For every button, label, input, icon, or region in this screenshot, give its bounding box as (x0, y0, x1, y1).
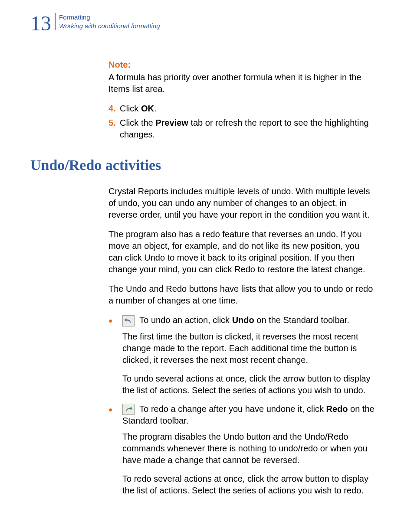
bullet-marker: • (108, 315, 122, 326)
step-5: 5. Click the Preview tab or refresh the … (108, 117, 375, 140)
section-body: Crystal Reports includes multiple levels… (108, 186, 375, 496)
step-4: 4. Click OK. (108, 103, 375, 114)
note-block: Note: A formula has priority over anothe… (108, 60, 375, 140)
header-chapter-title: Formatting (59, 13, 160, 22)
bullet-text-bold: Undo (232, 315, 254, 325)
bullet-text-pre: To undo an action, click (139, 315, 232, 325)
step-body: Click OK. (120, 103, 375, 114)
paragraph: Crystal Reports includes multiple levels… (108, 186, 375, 221)
step-text-bold: OK (141, 104, 154, 113)
step-text-pre: Click the (120, 118, 155, 127)
bullet-marker: • (108, 404, 122, 415)
bullet-item: • To redo a change after you have undone… (108, 403, 375, 427)
paragraph: The Undo and Redo buttons have lists tha… (108, 283, 375, 307)
note-text: A formula has priority over another form… (108, 72, 375, 95)
step-text-post: . (154, 104, 157, 113)
bullet-text-post: on the Standard toolbar. (254, 315, 349, 325)
header-text-block: Formatting Working with conditional form… (55, 13, 160, 30)
section-heading: Undo/Redo activities (30, 157, 388, 173)
step-body: Click the Preview tab or refresh the rep… (120, 117, 375, 140)
redo-icon (122, 404, 135, 415)
bullet-body: To undo an action, click Undo on the Sta… (122, 314, 375, 326)
bullet-subparagraph: To redo several actions at once, click t… (122, 473, 375, 496)
bullet-subparagraph: The program disables the Undo button and… (122, 431, 375, 466)
step-number: 5. (108, 117, 120, 140)
page-header: 13 Formatting Working with conditional f… (30, 13, 388, 34)
bullet-subparagraph: To undo several actions at once, click t… (122, 373, 375, 396)
bullet-body: To redo a change after you have undone i… (122, 403, 375, 427)
step-text-bold: Preview (155, 118, 188, 127)
paragraph: The program also has a redo feature that… (108, 228, 375, 275)
undo-icon (122, 315, 135, 326)
bullet-text-pre: To redo a change after you have undone i… (139, 404, 326, 414)
header-section-title: Working with conditional formatting (59, 22, 160, 30)
note-label: Note: (108, 60, 375, 70)
chapter-number: 13 (30, 13, 51, 34)
page: 13 Formatting Working with conditional f… (0, 0, 414, 532)
bullet-text-bold: Redo (326, 404, 348, 414)
bullet-subparagraph: The first time the button is clicked, it… (122, 331, 375, 366)
bullet-item: • To undo an action, click Undo on the S… (108, 314, 375, 326)
step-number: 4. (108, 103, 120, 114)
step-text-pre: Click (120, 104, 141, 113)
